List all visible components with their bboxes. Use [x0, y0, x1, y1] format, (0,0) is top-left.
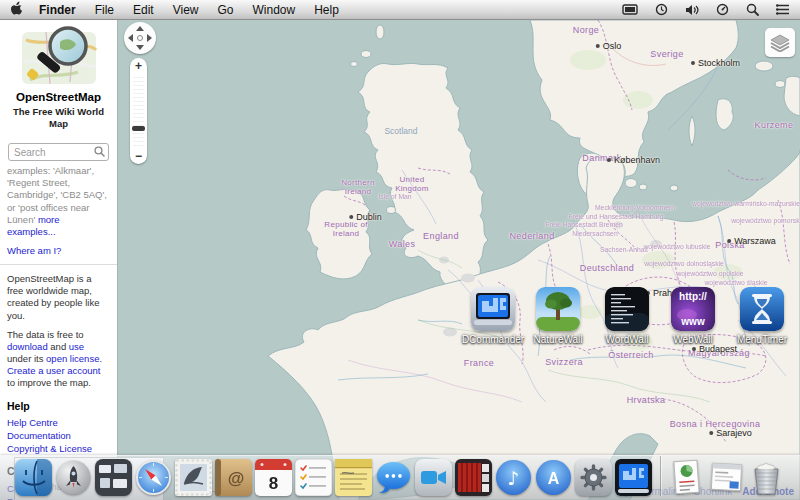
time-machine-icon[interactable] — [655, 3, 668, 16]
osm-sidebar: OpenStreetMap The Free Wiki World Map ex… — [0, 20, 118, 500]
openstreetmap-logo — [16, 24, 102, 88]
clock-icon[interactable] — [716, 3, 729, 16]
dock-messages-icon[interactable]: ••• — [375, 458, 413, 496]
where-am-i-link[interactable]: Where am I? — [7, 245, 61, 256]
svg-text:♪: ♪ — [507, 467, 519, 489]
notification-list-icon[interactable] — [776, 4, 790, 15]
menu-item-go[interactable]: Go — [218, 3, 234, 17]
svg-text:8: 8 — [269, 474, 278, 493]
desktop-icon-label: WebWall — [661, 334, 725, 345]
dock-trash-icon[interactable] — [748, 458, 786, 496]
desktop-icon-label: NatureWall — [526, 334, 590, 345]
zoom-track[interactable] — [133, 74, 144, 148]
dock-separator — [660, 456, 661, 496]
svg-text:•••: ••• — [384, 471, 403, 482]
help-heading: Help — [7, 400, 110, 413]
dock-contacts-icon[interactable]: @ — [215, 458, 253, 496]
dock: @ 8 — [0, 454, 800, 500]
intro-paragraph-1: OpenStreetMap is a free worldwide map, c… — [7, 273, 110, 322]
desktop-icon-label: MenuTimer — [730, 334, 794, 345]
desktop-icon-naturewall[interactable]: NatureWall — [526, 287, 590, 345]
menu-item-finder[interactable]: Finder — [39, 3, 76, 17]
dock-facetime-icon[interactable] — [415, 458, 453, 496]
pan-center-icon[interactable] — [137, 35, 143, 41]
desktop-icon-wordwall[interactable]: WordWall — [595, 287, 659, 345]
pan-left-arrow-icon[interactable] — [128, 34, 133, 42]
svg-text:www: www — [680, 316, 705, 327]
desktop-icon-label: WordWall — [595, 334, 659, 345]
apple-menu-icon[interactable] — [10, 1, 23, 18]
volume-icon[interactable] — [685, 4, 699, 16]
map-canvas[interactable] — [118, 20, 800, 500]
desktop: OpenStreetMap The Free Wiki World Map ex… — [0, 20, 800, 500]
dock-itunes-icon[interactable]: ♪ — [495, 458, 533, 496]
desktop-icon-webwall[interactable]: http:// www WebWall — [661, 287, 725, 345]
desktop-icon-dcommander[interactable]: DCommander — [461, 287, 525, 345]
menu-item-edit[interactable]: Edit — [133, 3, 154, 17]
dock-calendar-icon[interactable]: 8 — [255, 458, 293, 496]
dock-documents-stack[interactable] — [668, 458, 706, 496]
zoom-slider-handle[interactable] — [132, 126, 145, 131]
display-icon[interactable] — [622, 4, 638, 16]
inline-link[interactable]: download — [7, 341, 48, 352]
dock-dcommander-icon[interactable] — [615, 458, 653, 496]
desktop-icon-label: DCommander — [461, 334, 525, 345]
menu-item-file[interactable]: File — [95, 3, 114, 17]
svg-text:@: @ — [228, 469, 245, 488]
menu-bar: Finder File Edit View Go Window Help — [0, 0, 800, 20]
dock-finder-icon[interactable] — [15, 458, 53, 496]
dock-appstore-icon[interactable]: A — [535, 458, 573, 496]
zoom-out-button[interactable]: − — [130, 150, 147, 162]
dock-safari-icon[interactable] — [135, 458, 173, 496]
menu-item-window[interactable]: Window — [253, 3, 296, 17]
pan-right-arrow-icon[interactable] — [147, 34, 152, 42]
search-icon — [94, 146, 105, 157]
map-area[interactable]: NorgeSverigeDanmarkKurzemeNederlandDeuts… — [118, 20, 800, 500]
layers-icon — [770, 34, 790, 52]
zoom-in-button[interactable]: + — [130, 60, 147, 72]
dock-system-preferences-icon[interactable] — [575, 458, 613, 496]
pan-up-arrow-icon[interactable] — [136, 26, 144, 31]
inline-link[interactable]: Create a user account — [7, 365, 100, 376]
sidebar-title: OpenStreetMap — [7, 90, 110, 105]
desktop-icon-menutimer[interactable]: MenuTimer — [730, 287, 794, 345]
menu-item-view[interactable]: View — [173, 3, 199, 17]
pan-down-arrow-icon[interactable] — [136, 45, 144, 50]
inline-link[interactable]: use — [69, 341, 84, 352]
intro-paragraph-2: The data is free to download and use und… — [7, 329, 110, 390]
inline-link[interactable]: open license — [46, 353, 99, 364]
dock-downloads-stack[interactable] — [708, 458, 746, 496]
documentation-link[interactable]: Documentation — [7, 430, 110, 442]
menu-item-help[interactable]: Help — [314, 3, 339, 17]
dock-photobooth-icon[interactable] — [455, 458, 493, 496]
dock-launchpad-icon[interactable] — [55, 458, 93, 496]
svg-text:A: A — [548, 470, 560, 487]
help-centre-link[interactable]: Help Centre — [7, 417, 110, 429]
search-examples: examples: 'Alkmaar', 'Regent Street, Cam… — [7, 165, 110, 238]
dock-notes-icon[interactable] — [335, 458, 373, 496]
dock-mail-icon[interactable] — [175, 458, 213, 496]
dock-mission-control-icon[interactable] — [95, 458, 133, 496]
map-layers-button[interactable] — [765, 28, 795, 57]
map-pan-control[interactable] — [124, 22, 156, 54]
dock-reminders-icon[interactable] — [295, 458, 333, 496]
sidebar-subtitle: The Free Wiki World Map — [7, 106, 110, 130]
svg-text:http://: http:// — [679, 291, 707, 302]
spotlight-icon[interactable] — [746, 3, 759, 16]
map-zoom-slider[interactable]: + − — [130, 58, 147, 164]
